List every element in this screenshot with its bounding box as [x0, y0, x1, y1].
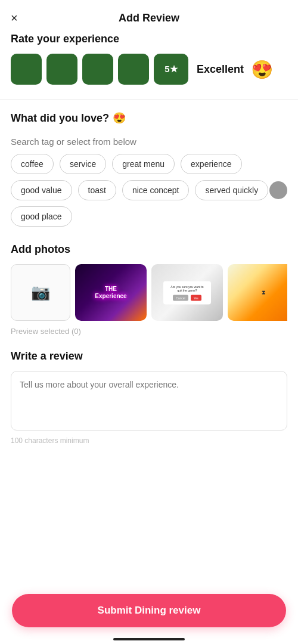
- photo-clock: ⧗: [262, 289, 265, 296]
- photo-thumb-2[interactable]: Are you sure you want to quit the game? …: [151, 264, 223, 321]
- star-4[interactable]: [118, 54, 149, 85]
- review-title: Write a review: [11, 350, 287, 363]
- rate-label: Rate your experience: [11, 33, 287, 45]
- preview-selected: Preview selected (0): [11, 327, 287, 336]
- tag-great-menu[interactable]: great menu: [112, 154, 175, 174]
- divider: [0, 99, 298, 100]
- scroll-indicator: [269, 181, 287, 199]
- tag-service[interactable]: service: [60, 154, 106, 174]
- photo-thumb-1[interactable]: THEExperience: [75, 264, 147, 321]
- star-5[interactable]: 5★: [154, 54, 188, 85]
- tags-container: coffee service great menu experience goo…: [11, 154, 287, 227]
- love-section: What did you love? 😍 coffee service grea…: [0, 112, 298, 227]
- dialog-yes: Yes: [191, 295, 201, 301]
- tag-served-quickly[interactable]: served quickly: [195, 180, 268, 200]
- stars-row: 5★ Excellent 😍: [11, 54, 287, 85]
- dialog-text: Are you sure you want to quit the game?: [168, 284, 206, 292]
- photo-neon-text: THEExperience: [95, 286, 126, 300]
- camera-icon: 📷: [31, 283, 50, 302]
- tag-toast[interactable]: toast: [78, 180, 116, 200]
- review-section: Write a review 100 characters minimum: [0, 350, 298, 445]
- submit-label: Submit Dining review: [98, 605, 201, 617]
- header: × Add Review: [0, 0, 298, 33]
- dialog-cancel: Cancel: [173, 295, 188, 301]
- review-textarea[interactable]: [11, 371, 287, 431]
- add-photo-button[interactable]: 📷: [11, 264, 70, 321]
- photos-row: 📷 THEExperience Are you sure you want to…: [11, 264, 287, 321]
- photos-title: Add photos: [11, 243, 287, 256]
- star-2[interactable]: [46, 54, 77, 85]
- love-emoji: 😍: [113, 112, 126, 125]
- photo-thumb-3[interactable]: ⧗: [228, 264, 287, 321]
- page-title: Add Review: [119, 12, 179, 24]
- search-tag-input[interactable]: [11, 132, 287, 154]
- char-hint: 100 characters minimum: [11, 436, 287, 445]
- star-1[interactable]: [11, 54, 42, 85]
- home-indicator: [113, 638, 185, 640]
- tag-good-value[interactable]: good value: [11, 180, 72, 200]
- star-3[interactable]: [82, 54, 113, 85]
- rating-label: Excellent: [197, 63, 244, 76]
- love-label-text: What did you love?: [11, 112, 109, 125]
- love-label: What did you love? 😍: [11, 112, 287, 125]
- photo-dialog: Are you sure you want to quit the game? …: [163, 281, 211, 304]
- close-button[interactable]: ×: [11, 11, 18, 25]
- rate-section: Rate your experience 5★ Excellent 😍: [0, 33, 298, 85]
- tag-good-place[interactable]: good place: [11, 206, 72, 227]
- submit-button[interactable]: Submit Dining review: [12, 594, 286, 627]
- rating-emoji: 😍: [251, 59, 273, 80]
- photos-section: Add photos 📷 THEExperience Are you sure …: [0, 243, 298, 336]
- tag-coffee[interactable]: coffee: [11, 154, 54, 174]
- tag-nice-concept[interactable]: nice concept: [122, 180, 190, 200]
- tag-experience[interactable]: experience: [181, 154, 242, 174]
- dialog-buttons: Cancel Yes: [168, 295, 206, 301]
